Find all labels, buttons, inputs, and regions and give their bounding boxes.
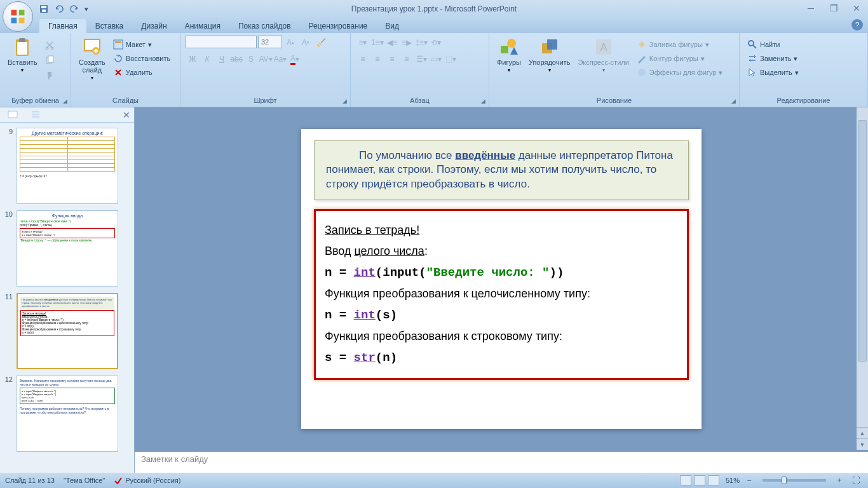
notebook-box: Запись в тетрадь! Ввод целого числа: n =…: [314, 209, 689, 379]
svg-point-20: [507, 39, 516, 48]
new-slide-button[interactable]: Создать слайд ▾: [76, 36, 108, 82]
shape-outline[interactable]: Контур фигуры ▾: [634, 52, 726, 65]
svg-rect-0: [11, 10, 17, 16]
quick-styles-button[interactable]: A Экспресс-стили▾: [575, 36, 631, 74]
zoom-slider[interactable]: [763, 479, 826, 482]
tab-insert[interactable]: Вставка: [86, 19, 133, 33]
save-button[interactable]: [37, 2, 51, 16]
smartart[interactable]: ⬚▾: [444, 52, 458, 66]
bullets-button[interactable]: ≡▾: [356, 36, 370, 50]
font-family-combo[interactable]: [186, 36, 257, 48]
slides-tab[interactable]: [4, 109, 22, 121]
align-left[interactable]: ≡: [356, 52, 370, 66]
numbering-button[interactable]: 1≡▾: [370, 36, 384, 50]
text-direction[interactable]: ⟲▾: [429, 36, 443, 50]
zoom-level: 51%: [726, 477, 740, 484]
normal-view-button[interactable]: [680, 475, 691, 485]
align-text[interactable]: ▭▾: [429, 52, 443, 66]
workspace: ✕ 9 Другие математические операции: c = …: [0, 107, 868, 473]
vertical-scrollbar[interactable]: ▲ ▼: [857, 107, 868, 450]
tab-design[interactable]: Дизайн: [132, 19, 175, 33]
find-icon: [747, 39, 757, 50]
outdent-button[interactable]: ◀≡: [385, 36, 399, 50]
find-button[interactable]: Найти: [745, 38, 801, 51]
line-spacing[interactable]: ‡≡▾: [414, 36, 428, 50]
underline-button[interactable]: Ч: [215, 52, 229, 66]
clipboard-launcher[interactable]: ◢: [60, 97, 69, 105]
tab-animation[interactable]: Анимация: [176, 19, 229, 33]
tab-home[interactable]: Главная: [39, 19, 86, 33]
close-button[interactable]: ✕: [849, 3, 864, 14]
minimize-button[interactable]: ─: [803, 3, 818, 14]
spacing-button[interactable]: AV▾: [259, 52, 273, 66]
align-right[interactable]: ≡: [385, 52, 399, 66]
prev-slide-button[interactable]: ▲: [857, 427, 868, 438]
replace-button[interactable]: Заменить ▾: [745, 52, 801, 65]
shape-effects[interactable]: Эффекты для фигур ▾: [634, 66, 726, 79]
qat-customize[interactable]: ▾: [83, 2, 90, 16]
scroll-thumb[interactable]: [858, 120, 867, 362]
svg-rect-8: [17, 42, 27, 55]
help-button[interactable]: ?: [851, 19, 863, 30]
case-button[interactable]: Aa▾: [273, 52, 287, 66]
svg-rect-19: [501, 46, 508, 53]
tab-slideshow[interactable]: Показ слайдов: [229, 19, 300, 33]
align-center[interactable]: ≡: [370, 52, 384, 66]
notes-pane[interactable]: Заметки к слайду: [135, 450, 868, 473]
brush-icon: [44, 71, 55, 81]
shrink-font[interactable]: A▾: [299, 36, 313, 50]
delete-button[interactable]: Удалить: [111, 66, 173, 79]
fit-button[interactable]: ⛶: [849, 473, 863, 487]
shadow-button[interactable]: S: [244, 52, 258, 66]
panel-close[interactable]: ✕: [123, 110, 130, 120]
justify[interactable]: ≡: [400, 52, 414, 66]
font-size-combo[interactable]: 32: [258, 36, 282, 48]
svg-rect-5: [41, 6, 46, 8]
svg-rect-14: [48, 72, 51, 77]
format-painter-button[interactable]: [43, 69, 57, 83]
columns[interactable]: ☰▾: [414, 52, 428, 66]
indent-button[interactable]: ≡▶: [400, 36, 414, 50]
next-slide-button[interactable]: ▼: [857, 438, 868, 450]
reset-button[interactable]: Восстановить: [111, 52, 173, 65]
zoom-out[interactable]: −: [742, 473, 756, 487]
slideshow-view-button[interactable]: [708, 475, 719, 485]
thumb-12[interactable]: Задание. Напишите программу, которая пол…: [17, 376, 118, 452]
thumb-10[interactable]: Функция ввода name = input("Введите своё…: [17, 210, 118, 287]
shape-fill[interactable]: Заливка фигуры ▾: [634, 38, 726, 51]
font-launcher[interactable]: ◢: [340, 97, 349, 105]
slide-canvas[interactable]: По умолчанию все введённые данные интерп…: [301, 129, 702, 429]
grow-font[interactable]: A▴: [283, 36, 297, 50]
shapes-button[interactable]: Фигуры▾: [494, 36, 524, 74]
zoom-in[interactable]: +: [832, 473, 846, 487]
para-launcher[interactable]: ◢: [478, 97, 487, 105]
thumb-9[interactable]: Другие математические операции: c = (a-b…: [17, 128, 118, 204]
cut-button[interactable]: [43, 38, 57, 52]
layout-button[interactable]: Макет ▾: [111, 38, 173, 51]
copy-icon: [44, 55, 55, 65]
outline-tab[interactable]: [27, 109, 44, 121]
italic-button[interactable]: К: [200, 52, 214, 66]
office-button[interactable]: [3, 1, 33, 32]
drawing-launcher[interactable]: ◢: [729, 97, 738, 105]
bold-button[interactable]: Ж: [186, 52, 200, 66]
arrange-button[interactable]: Упорядочить▾: [526, 36, 573, 74]
restore-button[interactable]: ❐: [826, 3, 841, 14]
font-color-button[interactable]: A▾: [288, 52, 302, 66]
paste-button[interactable]: Вставить ▾: [5, 36, 40, 74]
zoom-handle[interactable]: [782, 477, 787, 484]
svg-rect-6: [42, 10, 46, 12]
tab-view[interactable]: Вид: [376, 19, 408, 33]
status-bar: Слайд 11 из 13 "Тема Office" Русский (Ро…: [0, 473, 868, 488]
select-button[interactable]: Выделить ▾: [745, 66, 801, 79]
copy-button[interactable]: [43, 53, 57, 67]
thumbnail-list[interactable]: 9 Другие математические операции: c = (a…: [0, 123, 134, 473]
sorter-view-button[interactable]: [694, 475, 705, 485]
undo-button[interactable]: [52, 2, 66, 16]
effects-icon: [637, 67, 647, 78]
clear-format[interactable]: 🧹: [314, 36, 328, 50]
thumb-11[interactable]: По умолчанию все введённые данные интерп…: [17, 293, 118, 369]
redo-button[interactable]: [67, 2, 81, 16]
tab-review[interactable]: Рецензирование: [300, 19, 377, 33]
strike-button[interactable]: abc: [229, 52, 243, 66]
